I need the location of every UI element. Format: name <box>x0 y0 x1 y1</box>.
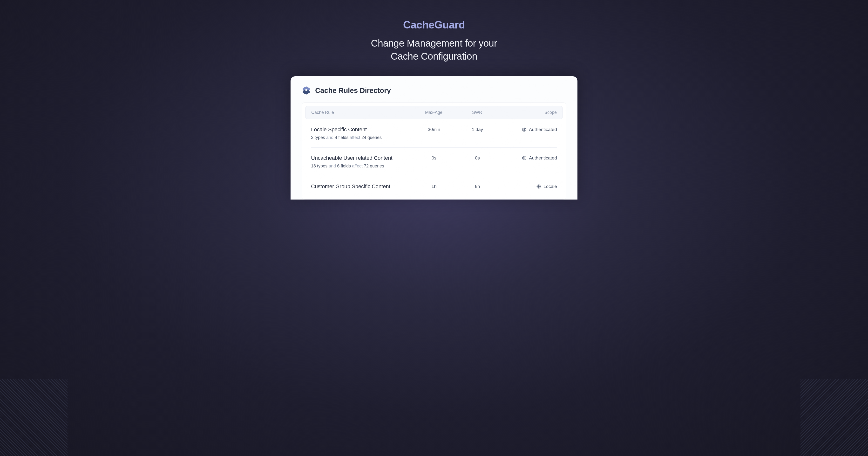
table-row[interactable]: Locale Specific Content 2 types and 4 fi… <box>311 119 557 148</box>
target-icon <box>522 155 527 161</box>
cache-rules-panel: Cache Rules Directory Cache Rule Max-Age… <box>290 76 578 200</box>
maxage-value: 0s <box>412 155 456 161</box>
svg-point-5 <box>524 158 525 159</box>
rules-table: Cache Rule Max-Age SWR Scope Locale Spec… <box>302 102 566 200</box>
stellate-logo-icon <box>302 86 311 95</box>
svg-point-8 <box>538 186 539 187</box>
target-icon <box>522 127 527 132</box>
swr-value: 0s <box>456 155 499 161</box>
rule-name: Uncacheable User related Content <box>311 155 412 161</box>
tagline-line-2: Cache Configuration <box>391 51 477 61</box>
swr-value: 6h <box>456 183 499 189</box>
brand-title: CacheGuard <box>0 19 868 31</box>
col-swr: SWR <box>456 110 499 115</box>
maxage-value: 30min <box>412 126 456 132</box>
tagline-line-1: Change Management for your <box>371 38 497 49</box>
maxage-value: 1h <box>412 183 456 189</box>
scope-value: Authenticated <box>499 126 557 132</box>
rule-name: Customer Group Specific Content <box>311 183 412 190</box>
scope-value: Locale <box>499 183 557 189</box>
rule-summary: 2 types and 4 fields affect 24 queries <box>311 135 412 140</box>
tagline: Change Management for your Cache Configu… <box>0 37 868 63</box>
table-header: Cache Rule Max-Age SWR Scope <box>305 106 563 119</box>
col-maxage: Max-Age <box>412 110 456 115</box>
panel-title: Cache Rules Directory <box>315 86 391 94</box>
panel-header: Cache Rules Directory <box>302 86 566 95</box>
svg-point-2 <box>524 129 525 130</box>
rule-summary: 18 types and 6 fields affect 72 queries <box>311 164 412 169</box>
col-rule: Cache Rule <box>311 110 412 115</box>
table-row[interactable]: Customer Group Specific Content 1h 6h Lo… <box>311 176 557 199</box>
rule-name: Locale Specific Content <box>311 126 412 133</box>
scope-value: Authenticated <box>499 155 557 161</box>
swr-value: 1 day <box>456 126 499 132</box>
table-row[interactable]: Uncacheable User related Content 18 type… <box>311 148 557 176</box>
target-icon <box>536 184 541 189</box>
col-scope: Scope <box>499 110 557 115</box>
hero: CacheGuard Change Management for your Ca… <box>0 0 868 63</box>
